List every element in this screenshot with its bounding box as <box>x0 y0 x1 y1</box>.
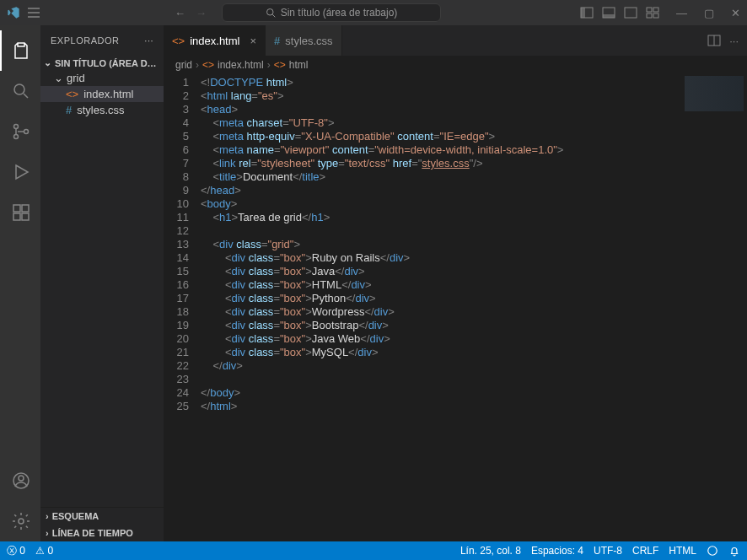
window-controls: ― ▢ ✕ <box>676 7 740 19</box>
split-editor-icon[interactable] <box>707 35 721 46</box>
explorer-more-icon[interactable]: ··· <box>144 35 153 46</box>
tab-more-icon[interactable]: ··· <box>729 35 739 47</box>
svg-rect-16 <box>13 213 20 220</box>
toggle-primary-sidebar-icon[interactable] <box>580 7 594 19</box>
svg-point-21 <box>19 519 24 524</box>
workspace-label: SIN TÍTULO (ÁREA DE TRA... <box>55 58 160 68</box>
activity-settings[interactable] <box>0 501 40 541</box>
chevron-down-icon: ⌄ <box>44 57 51 68</box>
titlebar: ← → Sin título (área de trabajo) ― ▢ ✕ <box>0 0 747 25</box>
status-bar: ⓧ 0 ⚠ 0 Lín. 25, col. 8 Espacios: 4 UTF-… <box>0 541 747 560</box>
customize-layout-icon[interactable] <box>646 7 659 19</box>
minimize-icon[interactable]: ― <box>676 7 687 19</box>
minimap[interactable] <box>680 74 747 541</box>
search-placeholder: Sin título (área de trabajo) <box>281 7 398 19</box>
chevron-right-icon: › <box>267 59 271 71</box>
status-warnings[interactable]: ⚠ 0 <box>35 545 53 557</box>
svg-rect-17 <box>22 213 29 220</box>
file-index-html[interactable]: <>index.html <box>40 86 164 102</box>
status-cursor[interactable]: Lín. 25, col. 8 <box>460 545 521 557</box>
explorer-sidebar: EXPLORADOR ··· ⌄ SIN TÍTULO (ÁREA DE TRA… <box>40 25 164 541</box>
svg-rect-4 <box>603 14 615 18</box>
folder-grid[interactable]: ⌄ grid <box>40 70 164 86</box>
svg-rect-15 <box>13 205 20 212</box>
svg-point-20 <box>19 476 24 481</box>
toggle-panel-icon[interactable] <box>602 7 615 19</box>
status-language[interactable]: HTML <box>669 545 696 557</box>
close-icon[interactable]: ✕ <box>731 7 740 19</box>
svg-rect-8 <box>653 8 658 12</box>
activity-explorer[interactable] <box>0 30 40 71</box>
status-encoding[interactable]: UTF-8 <box>594 545 622 557</box>
menu-icon[interactable] <box>27 7 40 19</box>
file-label: styles.css <box>77 104 124 116</box>
svg-rect-10 <box>653 13 658 18</box>
status-errors[interactable]: ⓧ 0 <box>7 544 25 558</box>
explorer-title: EXPLORADOR <box>51 35 119 46</box>
svg-point-23 <box>708 547 717 556</box>
html-tag-icon: <> <box>274 59 286 71</box>
chevron-down-icon: ⌄ <box>54 72 63 84</box>
breadcrumb-symbol[interactable]: html <box>289 59 309 71</box>
command-center-search[interactable]: Sin título (área de trabajo) <box>222 3 441 22</box>
svg-rect-18 <box>22 205 29 212</box>
svg-rect-2 <box>581 8 585 18</box>
activity-search[interactable] <box>0 71 40 111</box>
nav-forward-icon[interactable]: → <box>191 7 212 19</box>
svg-point-11 <box>14 84 24 94</box>
activity-run-debug[interactable] <box>0 152 40 192</box>
svg-point-14 <box>24 130 29 134</box>
vscode-logo-icon <box>7 6 20 19</box>
file-styles-css[interactable]: #styles.css <box>40 102 164 118</box>
activity-extensions[interactable] <box>0 192 40 233</box>
svg-rect-7 <box>647 8 652 12</box>
folder-label: grid <box>67 72 85 84</box>
workspace-header[interactable]: ⌄ SIN TÍTULO (ÁREA DE TRA... <box>40 56 164 70</box>
svg-point-0 <box>266 9 273 16</box>
svg-point-12 <box>14 125 19 129</box>
nav-back-icon[interactable]: ← <box>169 7 191 19</box>
breadcrumb-file[interactable]: index.html <box>218 59 264 71</box>
timeline-panel[interactable]: ›LÍNEA DE TIEMPO <box>40 525 164 541</box>
code-editor[interactable]: 1234567891011121314151617181920212223242… <box>164 74 747 541</box>
css-file-icon: # <box>66 104 72 116</box>
activity-bar <box>0 25 40 541</box>
outline-label: ESQUEMA <box>52 511 99 521</box>
outline-panel[interactable]: ›ESQUEMA <box>40 508 164 525</box>
status-feedback-icon[interactable] <box>707 545 718 557</box>
activity-source-control[interactable] <box>0 111 40 152</box>
tab-styles-css[interactable]: #styles.css <box>266 25 342 56</box>
code-content[interactable]: <!DOCTYPE html><html lang="es"><head> <m… <box>201 74 680 541</box>
html-file-icon: <> <box>66 88 78 100</box>
status-eol[interactable]: CRLF <box>632 545 658 557</box>
tab-label: styles.css <box>285 35 332 47</box>
status-spaces[interactable]: Espacios: 4 <box>531 545 583 557</box>
css-file-icon: # <box>274 35 280 47</box>
html-file-icon: <> <box>172 35 185 47</box>
svg-point-13 <box>14 135 19 139</box>
activity-accounts[interactable] <box>0 460 40 501</box>
editor-group: <>index.html×#styles.css ··· grid › <> i… <box>164 25 747 541</box>
toggle-secondary-sidebar-icon[interactable] <box>624 7 637 19</box>
maximize-icon[interactable]: ▢ <box>704 7 714 19</box>
chevron-right-icon: › <box>196 59 199 71</box>
line-gutter: 1234567891011121314151617181920212223242… <box>164 74 201 541</box>
breadcrumb-folder[interactable]: grid <box>175 59 192 71</box>
html-file-icon: <> <box>202 59 214 71</box>
svg-rect-9 <box>647 13 652 18</box>
breadcrumb[interactable]: grid › <> index.html › <> html <box>164 56 747 74</box>
status-bell-icon[interactable] <box>728 545 740 557</box>
timeline-label: LÍNEA DE TIEMPO <box>52 528 133 538</box>
chevron-right-icon: › <box>46 528 49 538</box>
editor-tabs: <>index.html×#styles.css ··· <box>164 25 747 56</box>
chevron-right-icon: › <box>46 511 49 521</box>
file-label: index.html <box>83 88 133 100</box>
layout-controls <box>580 7 659 19</box>
tab-label: index.html <box>190 35 239 47</box>
tab-close-icon[interactable]: × <box>250 35 256 47</box>
tab-index-html[interactable]: <>index.html× <box>164 25 266 56</box>
